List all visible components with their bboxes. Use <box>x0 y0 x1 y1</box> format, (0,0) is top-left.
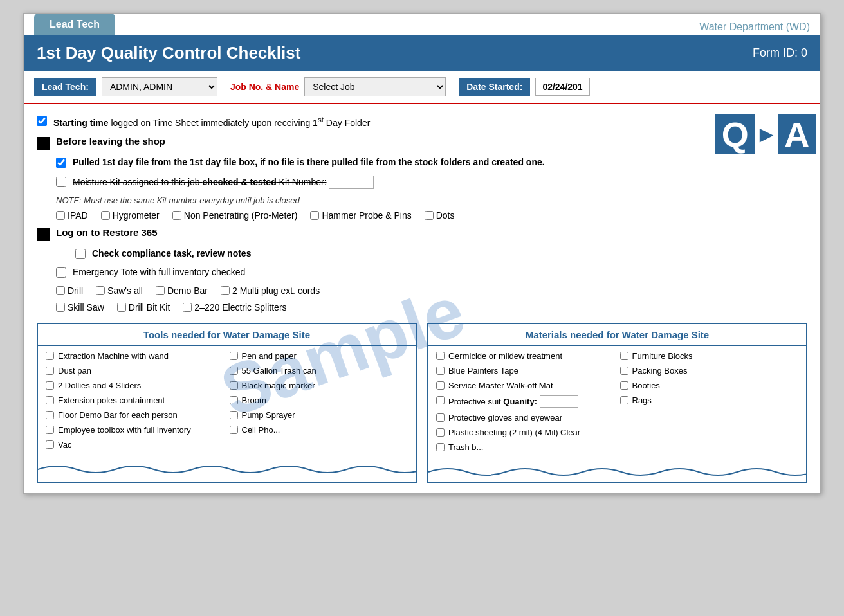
kit-number-input[interactable] <box>329 176 374 189</box>
tool-label-9: 55 Gallon Trash can <box>242 366 316 376</box>
mat-item-8: Furniture Blocks <box>620 351 799 361</box>
item-5-text: Emergency Tote with full inventory check… <box>73 266 245 279</box>
checkbox-tool-12[interactable] <box>230 411 238 419</box>
checkbox-tool-13[interactable] <box>230 426 238 434</box>
checkbox-tool-9[interactable] <box>230 367 238 375</box>
materials-box-header: Materials needed for Water Damage Site <box>428 324 806 346</box>
mat-label-6: Plastic sheeting (2 mil) (4 Mil) Clear <box>448 428 580 437</box>
tool-item-10: Black magic marker <box>230 381 408 390</box>
lead-tech-select[interactable]: ADMIN, ADMIN <box>102 77 217 96</box>
label-drill: Drill <box>68 285 83 296</box>
kit-note: NOTE: Must use the same Kit number every… <box>56 195 807 205</box>
checkbox-sawsall[interactable] <box>96 286 105 295</box>
materials-col-2: Furniture Blocks Packing Boxes Booties <box>620 351 799 457</box>
tool-item-6: Employee toolbox with full inventory <box>46 425 225 435</box>
label-dots: Dots <box>436 210 455 221</box>
checkbox-tool-11[interactable] <box>230 396 238 404</box>
checkbox-mat-8[interactable] <box>620 352 628 360</box>
checkbox-tool-1[interactable] <box>46 352 54 360</box>
tool-label-12: Pump Sprayer <box>242 410 295 420</box>
moisture-ipad: IPAD <box>56 210 88 221</box>
dept-label: Water Department (WD) <box>699 21 810 35</box>
checkbox-tool-7[interactable] <box>46 440 54 449</box>
label-ipad: IPAD <box>68 210 88 221</box>
checkbox-demobar[interactable] <box>156 286 165 295</box>
checkbox-mat-10[interactable] <box>620 381 628 390</box>
checkbox-mat-1[interactable] <box>436 352 445 360</box>
label-skillsaw: Skill Saw <box>68 302 104 313</box>
checkbox-mat-6[interactable] <box>436 428 445 437</box>
checkbox-item-3[interactable] <box>56 177 66 187</box>
lead-tech-label-button[interactable]: Lead Tech: <box>34 78 96 96</box>
drill-row-2: Skill Saw Drill Bit Kit 2–220 Electric S… <box>56 302 807 313</box>
tool-item-1: Extraction Machine with wand <box>46 351 225 361</box>
job-select[interactable]: Select Job <box>304 77 446 96</box>
checklist-item-2: Pulled 1st day file from the 1st day fil… <box>56 156 807 169</box>
moisture-hygrometer: Hygrometer <box>101 210 160 221</box>
tool-drillbit: Drill Bit Kit <box>117 302 170 313</box>
checkbox-mat-3[interactable] <box>436 381 445 390</box>
page-title: 1st Day Quality Control Checklist <box>37 43 300 63</box>
tools-box-content: Extraction Machine with wand Dust pan 2 … <box>38 346 416 460</box>
checkbox-drill[interactable] <box>56 286 65 295</box>
checkbox-hammer[interactable] <box>310 211 319 220</box>
checkbox-tool-8[interactable] <box>230 352 238 360</box>
checkbox-tool-3[interactable] <box>46 381 54 390</box>
checkbox-mat-5[interactable] <box>436 413 445 422</box>
mat-item-6: Plastic sheeting (2 mil) (4 Mil) Clear <box>436 428 615 437</box>
checkbox-ipad[interactable] <box>56 211 65 220</box>
checkbox-dots[interactable] <box>425 211 434 220</box>
checkbox-item-4[interactable] <box>75 249 86 259</box>
first-day-folder-link[interactable]: 1st Day Folder <box>313 118 370 128</box>
mat-item-11: Rags <box>620 395 799 405</box>
checkbox-tool-6[interactable] <box>46 426 54 434</box>
item-4-bold: Check compliance task, review notes <box>92 248 251 258</box>
mat-label-10: Booties <box>632 381 660 390</box>
checkbox-nonpro[interactable] <box>172 211 181 220</box>
checkbox-tool-2[interactable] <box>46 367 54 375</box>
mat-item-3: Service Master Walk-off Mat <box>436 381 615 390</box>
label-nonpro: Non Penetrating (Pro-Meter) <box>184 210 298 221</box>
mat-label-2: Blue Painters Tape <box>448 366 518 376</box>
checkbox-hygrometer[interactable] <box>101 211 110 220</box>
checkbox-multiplug[interactable] <box>221 286 230 295</box>
tool-drill: Drill <box>56 285 83 296</box>
checkbox-drillbit[interactable] <box>117 303 126 312</box>
checkbox-mat-9[interactable] <box>620 367 628 375</box>
qa-logo: Q ► A <box>724 114 807 172</box>
checkbox-item-2[interactable] <box>56 158 66 168</box>
quanity-input[interactable] <box>540 395 578 408</box>
qa-arrow-icon: ► <box>755 123 778 146</box>
checkbox-mat-4[interactable] <box>436 396 445 404</box>
mat-label-9: Packing Boxes <box>632 366 688 376</box>
checkbox-mat-2[interactable] <box>436 367 445 375</box>
mat-item-2: Blue Painters Tape <box>436 366 615 376</box>
date-started-label-button[interactable]: Date Started: <box>459 78 530 96</box>
tools-box-wavy <box>38 460 416 479</box>
checkbox-item-1[interactable] <box>37 116 47 126</box>
tool-label-11: Broom <box>242 395 266 405</box>
label-drillbit: Drill Bit Kit <box>129 302 170 313</box>
checkbox-mat-7[interactable] <box>436 443 445 451</box>
tool-item-4: Extension poles containment <box>46 395 225 405</box>
checklist-item-4: Check compliance task, review notes <box>75 248 807 260</box>
tool-item-13: Cell Pho... <box>230 425 408 435</box>
checkbox-tool-4[interactable] <box>46 396 54 404</box>
mat-label-7: Trash b... <box>448 442 483 452</box>
black-square-1 <box>37 137 50 150</box>
checkbox-electric[interactable] <box>183 303 192 312</box>
tool-label-6: Employee toolbox with full inventory <box>58 425 191 435</box>
tool-item-7: Vac <box>46 440 225 449</box>
checkbox-tool-5[interactable] <box>46 411 54 419</box>
tool-item-2: Dust pan <box>46 366 225 376</box>
materials-box-wavy <box>428 462 806 482</box>
checkbox-mat-11[interactable] <box>620 396 628 404</box>
tool-label-3: 2 Dollies and 4 Sliders <box>58 381 141 390</box>
checkbox-tool-10[interactable] <box>230 381 238 390</box>
checkbox-item-5[interactable] <box>56 267 66 278</box>
materials-box: Materials needed for Water Damage Site G… <box>427 323 807 483</box>
checkbox-skillsaw[interactable] <box>56 303 65 312</box>
mat-label-8: Furniture Blocks <box>632 351 693 361</box>
mat-item-5: Protective gloves and eyewear <box>436 413 615 422</box>
mat-item-4: Protective suit Quanity: <box>436 395 615 408</box>
